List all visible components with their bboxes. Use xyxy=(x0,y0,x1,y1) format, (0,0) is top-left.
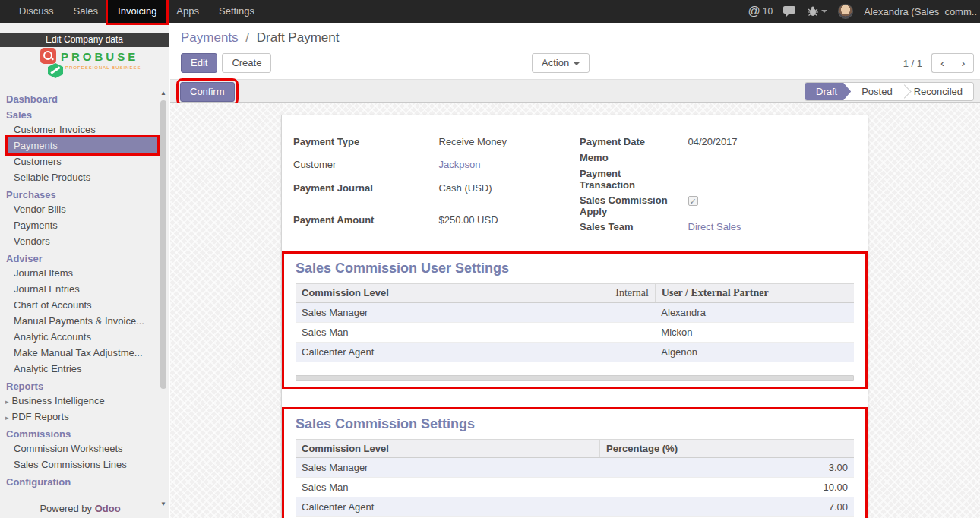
pager-previous-button[interactable]: ‹ xyxy=(931,53,953,73)
expand-icon[interactable]: ▸ xyxy=(5,394,9,409)
column-user-external-partner[interactable]: User / External Partner xyxy=(655,284,854,303)
state-posted[interactable]: Posted xyxy=(851,83,903,100)
create-button[interactable]: Create xyxy=(222,53,271,73)
debug-menu[interactable] xyxy=(808,6,827,17)
customer-link[interactable]: Jackpson xyxy=(439,159,481,170)
column-commission-level[interactable]: Commission Level xyxy=(296,440,600,458)
menu-invoicing[interactable]: Invoicing xyxy=(108,0,166,23)
sidebar-item-analytic-accounts[interactable]: Analytic Accounts xyxy=(0,329,160,345)
cell-user[interactable]: Algenon xyxy=(655,343,854,362)
table-row[interactable]: Sales Manager 3.00 xyxy=(296,458,854,478)
cell-level[interactable]: Callcenter Agent xyxy=(296,343,655,362)
sales-commission-apply-checkbox: ✓ xyxy=(688,196,698,206)
scrollbar-thumb[interactable] xyxy=(160,100,166,389)
edit-button[interactable]: Edit xyxy=(181,53,217,73)
menu-apps[interactable]: Apps xyxy=(166,0,209,23)
cell-level[interactable]: Sales Manager xyxy=(296,303,655,323)
breadcrumb-separator: / xyxy=(245,30,249,45)
menu-settings[interactable]: Settings xyxy=(209,0,264,23)
mention-icon: @ xyxy=(748,5,760,18)
payment-journal-label: Payment Journal xyxy=(293,181,432,204)
column-commission-level[interactable]: Commission Level xyxy=(302,287,389,298)
sidebar-item-manual-payments-invoices[interactable]: Manual Payments & Invoice... xyxy=(0,313,160,329)
chevron-down-icon xyxy=(574,62,580,65)
form-view-background: Payment Type Receive Money Customer Jack… xyxy=(170,103,980,518)
powered-by: Powered by Odoo xyxy=(0,503,160,518)
scroll-up-icon[interactable]: ▲ xyxy=(159,90,168,96)
cell-level[interactable]: Callcenter Agent xyxy=(296,497,600,517)
cell-user[interactable]: Alexandra xyxy=(655,303,854,323)
sidebar-item-label: PDF Reports xyxy=(12,411,69,422)
state-reconciled[interactable]: Reconciled xyxy=(903,83,973,100)
sidebar-item-analytic-entries[interactable]: Analytic Entries xyxy=(0,361,160,377)
sidebar-item-chart-of-accounts[interactable]: Chart of Accounts xyxy=(0,297,160,313)
table-row[interactable]: Callcenter Agent 7.00 xyxy=(296,497,854,517)
action-dropdown[interactable]: Action xyxy=(532,53,590,73)
cell-percentage[interactable]: 7.00 xyxy=(600,497,854,517)
cell-level[interactable]: Sales Man xyxy=(296,478,600,497)
menu-discuss[interactable]: Discuss xyxy=(9,0,64,23)
sidebar-item-customers[interactable]: Customers xyxy=(0,153,160,169)
sidebar-item-sellable-products[interactable]: Sellable Products xyxy=(0,169,160,185)
sidebar-section-adviser: Adviser xyxy=(0,249,160,265)
cell-level[interactable]: Sales Manager xyxy=(296,458,600,478)
sidebar-nav: Dashboard Sales Customer Invoices Paymen… xyxy=(0,90,160,503)
sidebar-item-sales-commissions-lines[interactable]: Sales Commissions Lines xyxy=(0,456,160,472)
sidebar-section-sales: Sales xyxy=(0,106,160,122)
sidebar-item-vendors[interactable]: Vendors xyxy=(0,233,160,249)
sidebar-item-make-manual-tax-adjustments[interactable]: Make Manual Tax Adjustme... xyxy=(0,345,160,361)
user-avatar[interactable] xyxy=(838,4,853,19)
table-row[interactable]: Sales Man 10.00 xyxy=(296,478,854,497)
sidebar: Edit Company data PROBUSE PROFESSIONAL B… xyxy=(0,23,169,518)
sidebar-item-payments[interactable]: Payments xyxy=(8,137,157,153)
commission-settings-table: Commission Level Percentage (%) Sales Ma… xyxy=(296,439,854,517)
edit-company-data-button[interactable]: Edit Company data xyxy=(0,33,169,47)
memo-value xyxy=(681,150,856,166)
pager: 1 / 1 ‹ › xyxy=(903,53,974,73)
logo-hexagon-icon xyxy=(48,63,63,78)
sidebar-item-journal-entries[interactable]: Journal Entries xyxy=(0,281,160,297)
menu-sales[interactable]: Sales xyxy=(64,0,109,23)
mentions-counter[interactable]: @ 10 xyxy=(748,5,773,18)
table-row[interactable]: Sales Manager Alexandra xyxy=(296,303,854,323)
sidebar-item-label: Business Intelligence xyxy=(12,395,105,406)
payment-type-value: Receive Money xyxy=(432,134,569,157)
user-menu[interactable]: Alexandra (Sales_comm.. xyxy=(864,6,977,17)
horizontal-scrollbar[interactable] xyxy=(296,375,854,381)
sidebar-item-business-intelligence[interactable]: ▸Business Intelligence xyxy=(0,393,160,409)
cell-level[interactable]: Sales Man xyxy=(296,323,655,343)
expand-icon[interactable]: ▸ xyxy=(5,410,9,425)
cell-percentage[interactable]: 3.00 xyxy=(600,458,854,478)
table-row[interactable]: Callcenter Agent Algenon xyxy=(296,343,854,362)
sales-commission-user-settings-section: Sales Commission User Settings Commissio… xyxy=(282,251,868,389)
breadcrumb-payments-link[interactable]: Payments xyxy=(181,30,239,45)
pager-next-button[interactable]: › xyxy=(953,53,974,73)
sidebar-section-dashboard[interactable]: Dashboard xyxy=(0,90,160,106)
messages-icon[interactable] xyxy=(783,6,797,17)
sidebar-item-customer-invoices[interactable]: Customer Invoices xyxy=(0,122,160,137)
sidebar-item-journal-items[interactable]: Journal Items xyxy=(0,265,160,281)
payment-journal-value: Cash (USD) xyxy=(432,181,569,204)
payment-form-fields: Payment Type Receive Money Customer Jack… xyxy=(293,134,856,235)
sales-commission-settings-section: Sales Commission Settings Commission Lev… xyxy=(282,407,868,518)
mention-count: 10 xyxy=(763,6,773,17)
sidebar-item-commission-worksheets[interactable]: Commission Worksheets xyxy=(0,441,160,456)
odoo-brand-link[interactable]: Odoo xyxy=(95,503,121,514)
sidebar-section-commissions: Commissions xyxy=(0,425,160,441)
payment-transaction-label: Payment Transaction xyxy=(580,166,681,193)
sidebar-item-payments-purchases[interactable]: Payments xyxy=(0,217,160,233)
column-percentage[interactable]: Percentage (%) xyxy=(600,440,854,458)
state-draft[interactable]: Draft xyxy=(805,83,851,100)
memo-label: Memo xyxy=(580,150,681,166)
payment-type-label: Payment Type xyxy=(293,134,432,157)
confirm-button[interactable]: Confirm xyxy=(180,82,235,102)
sidebar-item-vendor-bills[interactable]: Vendor Bills xyxy=(0,201,160,217)
sidebar-scrollbar[interactable]: ▲ ▼ xyxy=(159,90,168,507)
control-panel: Payments / Draft Payment Edit Create Act… xyxy=(170,23,980,79)
sales-team-link[interactable]: Direct Sales xyxy=(688,221,741,232)
sidebar-section-configuration: Configuration xyxy=(0,472,160,488)
table-row[interactable]: Sales Man Mickon xyxy=(296,323,854,343)
cell-user[interactable]: Mickon xyxy=(655,323,854,343)
cell-percentage[interactable]: 10.00 xyxy=(600,478,854,497)
sidebar-item-pdf-reports[interactable]: ▸PDF Reports xyxy=(0,409,160,425)
